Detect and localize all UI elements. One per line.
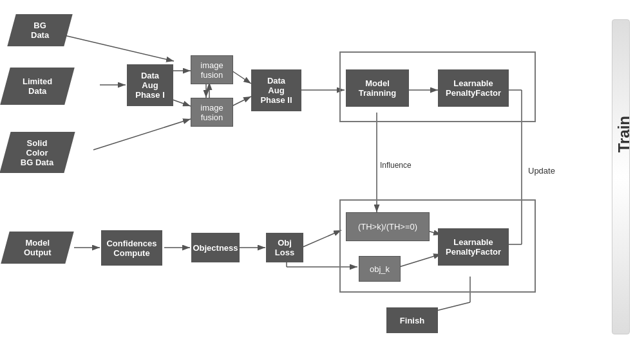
data-aug-phase2-node: Data Aug Phase II <box>251 69 301 111</box>
image-fusion-bottom-node: image fusion <box>191 98 233 127</box>
image-fusion-top-node: image fusion <box>191 55 233 84</box>
bg-data-node: BG Data <box>7 14 72 46</box>
arrows-svg <box>0 0 644 355</box>
data-aug-phase1-node: Data Aug Phase I <box>127 64 173 106</box>
solid-color-bg-node: Solid Color BG Data <box>0 132 75 173</box>
svg-line-13 <box>301 230 341 248</box>
th-condition-node: (TH>k)/(TH>=0) <box>346 212 430 241</box>
limited-data-node: Limited Data <box>0 68 75 105</box>
obj-k-node: obj_k <box>359 256 401 282</box>
confidences-compute-node: Confidences Compute <box>101 230 162 266</box>
svg-line-5 <box>232 71 251 84</box>
learnable-penalty-top-node: Learnable PenaltyFactor <box>438 69 509 107</box>
objectness-node: Objectness <box>191 233 240 262</box>
finish-node: Finish <box>386 307 438 333</box>
influence-label: Influence <box>380 161 412 170</box>
model-output-node: Model Output <box>1 232 73 264</box>
svg-line-7 <box>93 119 191 150</box>
train-bar <box>612 19 630 334</box>
model-training-node: Model Trainning <box>346 69 409 107</box>
obj-loss-node: Obj Loss <box>266 233 303 262</box>
svg-line-6 <box>232 96 251 106</box>
update-label: Update <box>528 166 555 176</box>
learnable-penalty-bottom-node: Learnable PenaltyFactor <box>438 228 509 266</box>
diagram-container: BG Data Limited Data Solid Color BG Data… <box>0 0 644 355</box>
train-label: Train <box>615 116 633 152</box>
svg-line-1 <box>64 35 174 61</box>
svg-line-4 <box>173 100 191 106</box>
